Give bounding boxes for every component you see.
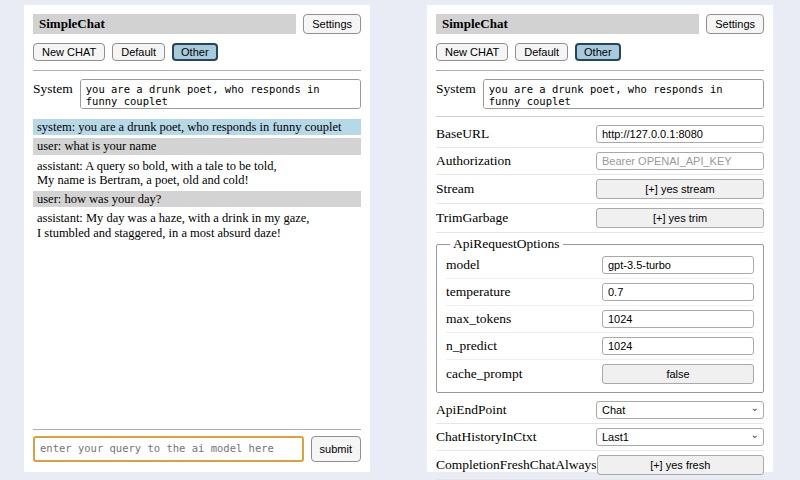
chat-message-user: user: how was your day? — [33, 191, 361, 207]
sessions-row: New CHAT Default Other — [33, 43, 361, 61]
authorization-input[interactable] — [596, 152, 764, 170]
setting-label: Stream — [436, 181, 474, 197]
completion-fresh-toggle-button[interactable]: [+] yes fresh — [597, 455, 765, 475]
setting-row-authorization: Authorization — [436, 148, 764, 175]
divider — [33, 429, 361, 430]
api-endpoint-select[interactable]: Chat — [596, 401, 764, 419]
baseurl-input[interactable] — [596, 125, 764, 143]
cache-prompt-toggle-button[interactable]: false — [602, 364, 754, 384]
app-title: SimpleChat — [33, 14, 296, 34]
new-chat-button[interactable]: New CHAT — [436, 43, 508, 61]
setting-label: cache_prompt — [446, 366, 522, 382]
setting-label: n_predict — [446, 338, 497, 354]
system-prompt-row: System you are a drunk poet, who respond… — [33, 79, 361, 109]
system-label: System — [33, 79, 73, 97]
stage: SimpleChat Settings New CHAT Default Oth… — [0, 0, 800, 480]
session-default-button[interactable]: Default — [112, 43, 165, 61]
divider — [436, 116, 764, 117]
stream-toggle-button[interactable]: [+] yes stream — [596, 179, 764, 199]
query-input[interactable] — [33, 436, 304, 462]
system-prompt-textarea[interactable]: you are a drunk poet, who responds in fu… — [483, 79, 764, 109]
setting-row-chat-history-in-ctxt: ChatHistoryInCtxt Last1 ⌄ — [436, 424, 764, 451]
app-title: SimpleChat — [436, 14, 699, 34]
setting-label: TrimGarbage — [436, 210, 508, 226]
setting-row-temperature: temperature — [446, 279, 754, 306]
setting-row-baseurl: BaseURL — [436, 121, 764, 148]
max-tokens-input[interactable] — [602, 310, 754, 328]
chat-history-in-ctxt-select[interactable]: Last1 — [596, 428, 764, 446]
setting-label: max_tokens — [446, 311, 511, 327]
group-legend: ApiRequestOptions — [450, 236, 563, 252]
divider — [436, 70, 764, 71]
setting-label: BaseURL — [436, 126, 489, 142]
setting-row-api-endpoint: ApiEndPoint Chat ⌄ — [436, 397, 764, 424]
chat-message-user: user: what is your name — [33, 138, 361, 154]
trimgarbage-toggle-button[interactable]: [+] yes trim — [596, 208, 764, 228]
settings-button[interactable]: Settings — [706, 14, 764, 34]
setting-label: ChatHistoryInCtxt — [436, 429, 537, 445]
new-chat-button[interactable]: New CHAT — [33, 43, 105, 61]
settings-list: BaseURL Authorization Stream [+] yes str… — [436, 121, 764, 480]
setting-label: model — [446, 257, 480, 273]
setting-label: temperature — [446, 284, 510, 300]
divider — [33, 70, 361, 71]
system-prompt-textarea[interactable]: you are a drunk poet, who responds in fu… — [80, 79, 361, 109]
n-predict-input[interactable] — [602, 337, 754, 355]
system-label: System — [436, 79, 476, 97]
setting-row-completion-fresh-chat-always: CompletionFreshChatAlways [+] yes fresh — [436, 451, 764, 480]
sessions-row: New CHAT Default Other — [436, 43, 764, 61]
header: SimpleChat Settings — [436, 14, 764, 34]
setting-row-cache-prompt: cache_prompt false — [446, 360, 754, 388]
temperature-input[interactable] — [602, 283, 754, 301]
system-prompt-row: System you are a drunk poet, who respond… — [436, 79, 764, 109]
header: SimpleChat Settings — [33, 14, 361, 34]
chat-log: system: you are a drunk poet, who respon… — [33, 119, 361, 420]
setting-row-stream: Stream [+] yes stream — [436, 175, 764, 204]
setting-row-trimgarbage: TrimGarbage [+] yes trim — [436, 204, 764, 233]
session-other-button[interactable]: Other — [172, 43, 218, 61]
query-block: submit — [33, 420, 361, 462]
settings-panel: SimpleChat Settings New CHAT Default Oth… — [427, 5, 773, 472]
setting-label: ApiEndPoint — [436, 402, 507, 418]
setting-row-n-predict: n_predict — [446, 333, 754, 360]
chat-message-assistant: assistant: My day was a haze, with a dri… — [33, 210, 361, 241]
setting-row-model: model — [446, 252, 754, 279]
settings-button[interactable]: Settings — [303, 14, 361, 34]
setting-label: CompletionFreshChatAlways — [436, 457, 597, 473]
chat-message-system: system: you are a drunk poet, who respon… — [33, 119, 361, 135]
chat-message-assistant: assistant: A query so bold, with a tale … — [33, 158, 361, 189]
submit-button[interactable]: submit — [311, 436, 361, 462]
session-other-button[interactable]: Other — [575, 43, 621, 61]
setting-row-max-tokens: max_tokens — [446, 306, 754, 333]
chat-panel: SimpleChat Settings New CHAT Default Oth… — [24, 5, 370, 472]
setting-label: Authorization — [436, 153, 511, 169]
api-request-options-group: ApiRequestOptions model temperature max_… — [436, 236, 764, 393]
model-input[interactable] — [602, 256, 754, 274]
session-default-button[interactable]: Default — [515, 43, 568, 61]
